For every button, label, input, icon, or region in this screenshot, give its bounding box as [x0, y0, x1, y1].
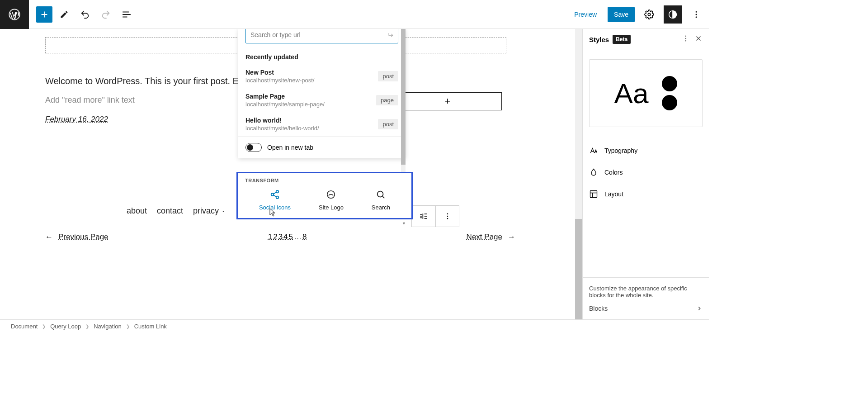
more-vertical-icon	[443, 212, 452, 220]
typography-icon	[589, 146, 598, 155]
nav-item-privacy[interactable]: privacy	[193, 206, 226, 216]
svg-point-15	[685, 36, 686, 37]
breadcrumb: Document ❯ Query Loop ❯ Navigation ❯ Cus…	[0, 319, 709, 333]
undo-button[interactable]	[76, 5, 94, 24]
page-8[interactable]: 8	[302, 232, 307, 242]
open-new-tab-label: Open in new tab	[267, 144, 313, 151]
share-icon	[270, 190, 280, 199]
svg-point-7	[447, 216, 448, 217]
transform-search-label: Search	[372, 204, 390, 211]
edit-tool-button[interactable]	[55, 5, 73, 24]
svg-point-10	[271, 193, 274, 196]
link-result-tag: post	[378, 71, 398, 81]
styles-preview[interactable]: Aa	[589, 59, 703, 127]
layout-icon	[589, 190, 598, 199]
wordpress-logo[interactable]	[0, 0, 29, 29]
open-new-tab-toggle[interactable]	[245, 143, 262, 152]
chevron-right-icon: ❯	[85, 324, 89, 329]
sidebar-header: Styles Beta	[583, 29, 709, 50]
link-result-tag: page	[376, 95, 398, 105]
svg-point-8	[447, 218, 448, 219]
svg-point-3	[696, 11, 697, 12]
svg-rect-18	[590, 191, 597, 198]
transform-site-logo[interactable]: Site Logo	[319, 190, 344, 211]
nav-privacy-label: privacy	[193, 206, 219, 216]
layout-label: Layout	[604, 190, 623, 198]
typography-preview: Aa	[614, 77, 649, 109]
colors-label: Colors	[604, 169, 623, 176]
recently-updated-heading: Recently updated	[238, 48, 406, 64]
sidebar-more-button[interactable]	[682, 34, 690, 44]
preview-link[interactable]: Preview	[569, 7, 602, 22]
transform-heading: TRANSFORM	[245, 178, 404, 183]
post-date[interactable]: February 16, 2022	[45, 115, 108, 124]
mouse-cursor	[269, 208, 277, 218]
typography-option[interactable]: Typography	[589, 140, 703, 161]
styles-sidebar: Styles Beta Aa Typography	[582, 29, 709, 319]
page-4[interactable]: 4	[283, 232, 288, 242]
colors-option[interactable]: Colors	[589, 161, 703, 183]
chevron-down-icon	[221, 209, 226, 214]
sidebar-title-text: Styles	[589, 36, 609, 43]
link-popover: ↵ Recently updated New Post localhost/my…	[238, 29, 406, 158]
redo-button[interactable]	[97, 5, 115, 24]
sidebar-close-button[interactable]	[694, 34, 703, 44]
blocks-option[interactable]: Blocks	[589, 299, 703, 312]
svg-point-1	[648, 13, 651, 16]
chevron-right-icon: ❯	[42, 324, 46, 329]
breadcrumb-document[interactable]: Document	[11, 323, 38, 330]
breadcrumb-navigation[interactable]: Navigation	[94, 323, 121, 330]
popover-scrollbar[interactable]	[401, 29, 406, 173]
svg-point-14	[273, 212, 274, 213]
more-options-button[interactable]	[687, 5, 705, 24]
svg-point-4	[696, 14, 697, 15]
beta-badge: Beta	[613, 35, 631, 44]
page-1[interactable]: 1	[268, 232, 273, 242]
nav-item-about[interactable]: about	[127, 206, 147, 216]
link-search-field[interactable]: ↵	[245, 29, 398, 43]
popover-scroll-down-icon[interactable]: ▼	[402, 221, 406, 226]
block-more-button[interactable]	[435, 206, 459, 227]
link-result-tag: post	[378, 119, 398, 129]
link-result-new-post[interactable]: New Post localhost/mysite/new-post/ post	[238, 64, 406, 88]
svg-point-11	[276, 196, 279, 199]
svg-point-17	[685, 40, 686, 41]
transform-social-icons[interactable]: Social Icons	[259, 190, 291, 211]
color-preview	[662, 76, 677, 110]
breadcrumb-query-loop[interactable]: Query Loop	[50, 323, 81, 330]
previous-page-link[interactable]: ← Previous Page	[45, 232, 108, 242]
canvas-scrollbar[interactable]	[575, 29, 582, 319]
link-result-title: Hello world!	[245, 117, 319, 124]
settings-button[interactable]	[640, 5, 658, 24]
styles-button[interactable]	[664, 5, 682, 24]
transform-panel: TRANSFORM Social Icons Site Logo Search	[236, 172, 413, 219]
save-button[interactable]: Save	[608, 7, 635, 22]
page-5[interactable]: 5	[288, 232, 293, 242]
chevron-right-icon	[696, 305, 703, 312]
link-result-url: localhost/mysite/sample-page/	[245, 101, 325, 108]
page-3[interactable]: 3	[278, 232, 283, 242]
search-icon	[376, 190, 386, 199]
layout-option[interactable]: Layout	[589, 183, 703, 205]
link-result-sample-page[interactable]: Sample Page localhost/mysite/sample-page…	[238, 88, 406, 112]
link-result-title: New Post	[245, 69, 314, 76]
blocks-label: Blocks	[589, 305, 608, 312]
nav-item-contact[interactable]: contact	[157, 206, 183, 216]
site-logo-icon	[326, 190, 336, 199]
svg-point-13	[377, 191, 383, 197]
link-result-hello-world[interactable]: Hello world! localhost/mysite/hello-worl…	[238, 112, 406, 136]
transform-search[interactable]: Search	[372, 190, 390, 211]
link-search-input[interactable]	[250, 31, 387, 38]
list-view-button[interactable]	[118, 5, 136, 24]
submit-link-icon[interactable]: ↵	[387, 31, 393, 39]
add-block-button[interactable]	[36, 6, 52, 23]
page-2[interactable]: 2	[273, 232, 278, 242]
page-dots: …	[293, 232, 302, 242]
prev-page-label: Previous Page	[58, 232, 108, 242]
droplet-icon	[589, 168, 598, 177]
justify-icon	[419, 212, 428, 221]
breadcrumb-custom-link[interactable]: Custom Link	[134, 323, 167, 330]
add-block-inline-button[interactable]: +	[393, 92, 502, 110]
justify-button[interactable]	[412, 206, 435, 227]
next-page-link[interactable]: Next Page →	[467, 232, 515, 242]
